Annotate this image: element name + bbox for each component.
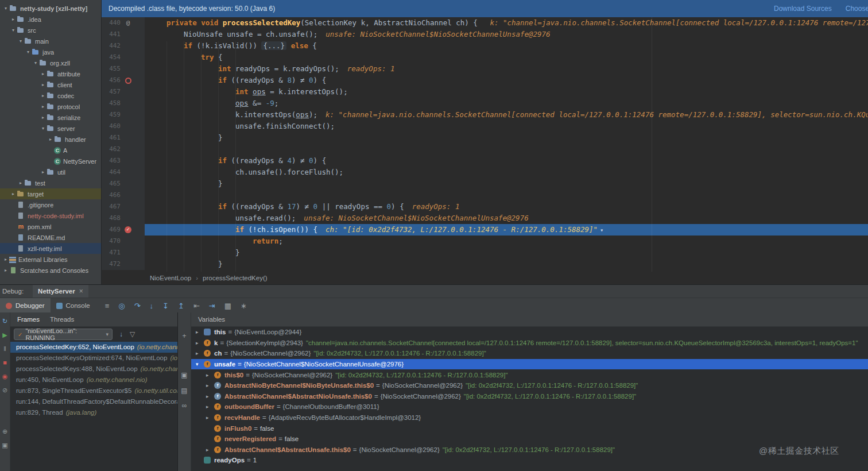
expand-arrow-icon[interactable]: ▸	[196, 329, 204, 335]
stack-frame[interactable]: processSelectedKey:652, NioEventLoop(io.…	[10, 342, 177, 353]
expand-arrow-icon[interactable]: ▸	[40, 93, 46, 98]
collapse-arrow-icon[interactable]: ▾	[17, 38, 24, 44]
expand-arrow-icon[interactable]: ▸	[47, 137, 54, 142]
line-number[interactable]: 460	[102, 121, 121, 132]
duplicate-icon[interactable]: ▣	[178, 371, 191, 379]
line-number[interactable]: 470	[102, 235, 121, 247]
choose-sources-link[interactable]: Choose Sources...	[846, 0, 868, 17]
line-number[interactable]: 440	[102, 17, 121, 29]
code-line-472[interactable]: 472}	[102, 258, 868, 270]
expand-arrow-icon[interactable]: ▸	[40, 71, 46, 76]
stack-frame[interactable]: processSelectedKeys:488, NioEventLoop(io…	[10, 364, 177, 375]
gutter-icon-area[interactable]	[121, 52, 135, 63]
tab-frames[interactable]: Frames	[17, 316, 40, 323]
expand-arrow-icon[interactable]: ▸	[40, 169, 46, 175]
code-line-454[interactable]: 454try {	[102, 52, 868, 63]
variable-row-this-0[interactable]: ▸fthis$0={NioSocketChannel@2962}"[id: 0x…	[191, 369, 868, 380]
tree-item-xzll-netty-iml[interactable]: xzll-netty.iml	[0, 243, 101, 254]
code-line-466[interactable]: 466	[102, 190, 868, 201]
tree-item-org-xzll[interactable]: ▾org.xzll	[0, 57, 101, 68]
tree-item-test[interactable]: ▸test	[0, 177, 101, 188]
collapse-arrow-icon[interactable]: ▾	[2, 6, 9, 11]
tree-item-util[interactable]: ▸util	[0, 167, 101, 177]
line-number[interactable]: 457	[102, 86, 121, 98]
editor-gutter[interactable]: 463	[102, 155, 145, 167]
line-number[interactable]: 468	[102, 213, 121, 224]
editor-gutter[interactable]: 462	[102, 144, 145, 155]
gutter-icon-area[interactable]	[121, 155, 135, 167]
debug-session-tab[interactable]: NettyServer ×	[33, 285, 88, 298]
line-number[interactable]: 471	[102, 247, 121, 258]
show-execution-point-icon[interactable]: ◎	[118, 302, 125, 310]
code-line-463[interactable]: 463if ((readyOps & 4) ≠ 0) {	[102, 155, 868, 167]
tree-item-nettyserver[interactable]: CNettyServer	[0, 156, 101, 167]
code-line-467[interactable]: 467if ((readyOps & 17) ≠ 0 || readyOps =…	[102, 201, 868, 213]
tree-item-server[interactable]: ▾server	[0, 123, 101, 134]
expand-arrow-icon[interactable]: ▸	[196, 340, 204, 346]
breakpoint-verified-icon[interactable]: ✓	[125, 226, 131, 233]
tree-item-external-libraries[interactable]: ▸External Libraries	[0, 254, 101, 265]
gutter-icon-area[interactable]	[121, 213, 135, 224]
tree-item-netty-study-xzll-netty[interactable]: ▾netty-study [xzll-netty]	[0, 3, 101, 14]
view-as-table-icon[interactable]: ▦	[224, 302, 231, 310]
gutter-icon-area[interactable]	[121, 63, 135, 75]
breakpoint-icon[interactable]	[125, 78, 131, 84]
editor-gutter[interactable]: 469✓	[102, 224, 145, 235]
code-line-460[interactable]: 460unsafe.finishConnect();	[102, 121, 868, 132]
mute-breakpoints-icon[interactable]: ⊘	[1, 387, 9, 394]
code-line-442[interactable]: 442if (!k.isValid()) {...} else {	[102, 40, 868, 52]
tree-item-codec[interactable]: ▸codec	[0, 90, 101, 101]
tree-item-client[interactable]: ▸client	[0, 79, 101, 90]
close-icon[interactable]: ×	[79, 287, 83, 295]
editor-gutter[interactable]: 460	[102, 121, 145, 132]
collapse-arrow-icon[interactable]: ▾	[25, 49, 32, 55]
gutter-icon-area[interactable]	[121, 75, 135, 86]
gutter-icon-area[interactable]	[121, 98, 135, 109]
tree-item-main[interactable]: ▾main	[0, 36, 101, 47]
expand-arrow-icon[interactable]: ▸	[2, 268, 9, 273]
line-number[interactable]: 461	[102, 132, 121, 144]
view-breakpoints-icon[interactable]: ◉	[1, 373, 9, 380]
editor-gutter[interactable]: 472	[102, 258, 145, 270]
editor-gutter[interactable]: 457	[102, 86, 145, 98]
stack-frame[interactable]: run:829, Thread(java.lang)	[10, 407, 177, 418]
breadcrumb-class[interactable]: NioEventLoop	[150, 275, 191, 281]
editor-gutter[interactable]: 458	[102, 98, 145, 109]
expand-arrow-icon[interactable]: ▸	[196, 350, 204, 356]
editor-gutter[interactable]: 454	[102, 52, 145, 63]
download-sources-link[interactable]: Download Sources	[774, 0, 832, 17]
line-number[interactable]: 463	[102, 155, 121, 167]
step-into-icon[interactable]: ↓	[150, 302, 154, 310]
editor-gutter[interactable]: 456	[102, 75, 145, 86]
stop-icon[interactable]: ■	[1, 359, 9, 366]
stack-frame[interactable]: run:144, DefaultThreadFactory$DefaultRun…	[10, 396, 177, 407]
editor-gutter[interactable]: 470	[102, 235, 145, 247]
code-line-456[interactable]: 456if ((readyOps & 8) ≠ 0) {	[102, 75, 868, 86]
line-number[interactable]: 441	[102, 29, 121, 40]
variable-row-outboundbuffer[interactable]: ▸foutboundBuffer={ChannelOutboundBuffer@…	[191, 401, 868, 412]
line-number[interactable]: 467	[102, 201, 121, 213]
gutter-icon-area[interactable]	[121, 235, 135, 247]
force-step-into-icon[interactable]: ↧	[162, 302, 169, 310]
tree-item-readme-md[interactable]: README.md	[0, 232, 101, 243]
gutter-icon-area[interactable]	[121, 178, 135, 190]
line-number[interactable]: 469	[102, 224, 121, 235]
gutter-icon-area[interactable]	[121, 86, 135, 98]
line-number[interactable]: 472	[102, 258, 121, 270]
gutter-icon-area[interactable]	[121, 201, 135, 213]
tree-item-target[interactable]: ▸target	[0, 188, 101, 199]
expand-arrow-icon[interactable]: ▸	[206, 383, 214, 388]
gutter-icon-area[interactable]	[121, 144, 135, 155]
expand-arrow-icon[interactable]: ▸	[40, 104, 46, 109]
line-number[interactable]: 454	[102, 52, 121, 63]
code-line-465[interactable]: 465}	[102, 178, 868, 190]
variable-row-ch[interactable]: ▸fch={NioSocketChannel@2962}"[id: 0x2d2f…	[191, 348, 868, 359]
variable-row-recvhandle[interactable]: ▸frecvHandle={AdaptiveRecvByteBufAllocat…	[191, 412, 868, 423]
tree-item-gitignore[interactable]: .gitignore	[0, 199, 101, 210]
line-number[interactable]: 466	[102, 190, 121, 201]
gutter-icon-area[interactable]	[121, 167, 135, 178]
expand-arrow-icon[interactable]: ▸	[206, 447, 214, 453]
collapse-arrow-icon[interactable]: ▾	[10, 28, 17, 33]
line-number[interactable]: 458	[102, 98, 121, 109]
variable-row-abstractniobytechannel-niobyteunsafe-this-0[interactable]: ▸fAbstractNioByteChannel$NioByteUnsafe.t…	[191, 380, 868, 391]
